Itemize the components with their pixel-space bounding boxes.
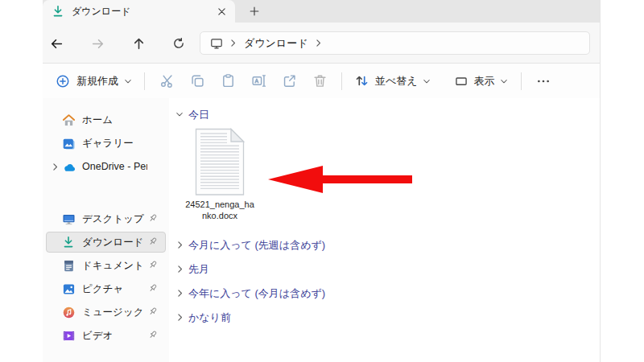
music-icon	[62, 306, 76, 319]
window-body: ホームギャラリーOneDrive - Personaデスクトップダウンロードドキ…	[43, 98, 600, 362]
sidebar-item-label: ビデオ	[82, 329, 147, 343]
toolbar-divider	[521, 72, 522, 90]
paste-button[interactable]	[213, 68, 243, 94]
new-button[interactable]: 新規作成	[51, 68, 138, 94]
share-icon	[282, 73, 297, 88]
chevron-right-icon[interactable]	[175, 240, 187, 252]
plus-circle-icon	[56, 74, 70, 88]
breadcrumb-segment[interactable]: ダウンロード	[241, 36, 312, 51]
pin-icon	[147, 306, 160, 319]
sidebar-item-pictures[interactable]: ピクチャ	[46, 278, 166, 299]
copy-button[interactable]	[182, 68, 213, 94]
chevron-down-icon[interactable]	[175, 109, 187, 121]
sort-icon	[354, 73, 369, 88]
chevron-right-icon[interactable]	[228, 38, 239, 49]
chevron-right-icon[interactable]	[48, 160, 61, 173]
more-icon	[536, 74, 551, 88]
arrow-forward-icon	[91, 37, 105, 51]
view-button[interactable]: 表示	[448, 68, 514, 94]
chevron-placeholder	[48, 306, 61, 319]
group-label: 先月	[188, 262, 209, 277]
chevron-placeholder	[48, 282, 61, 295]
monitor-icon	[210, 37, 223, 50]
share-button[interactable]	[274, 68, 304, 94]
docx-file-icon	[195, 128, 245, 196]
pin-icon	[147, 259, 160, 272]
sidebar-item-label: OneDrive - Persona	[82, 161, 147, 172]
pictures-icon	[62, 282, 76, 296]
sort-button[interactable]: 並べ替え	[349, 68, 437, 94]
view-icon	[454, 74, 469, 88]
back-button[interactable]	[46, 33, 67, 54]
sidebar-item-music[interactable]: ミュージック	[46, 302, 166, 323]
chevron-right-icon[interactable]	[313, 38, 324, 49]
sort-button-label: 並べ替え	[375, 74, 418, 88]
pin-placeholder	[147, 113, 160, 126]
tab-strip: ダウンロード	[43, 0, 600, 23]
pin-icon	[147, 282, 160, 295]
chevron-placeholder	[48, 137, 61, 150]
sidebar-item-desktop[interactable]: デスクトップ	[46, 208, 166, 229]
view-button-label: 表示	[474, 74, 495, 88]
chevron-placeholder	[48, 329, 61, 342]
group-header-collapsed[interactable]: かなり前	[169, 309, 231, 327]
pin-placeholder	[147, 137, 160, 150]
more-options-button[interactable]	[528, 68, 559, 94]
refresh-button[interactable]	[168, 33, 189, 54]
explorer-window: ダウンロード ダウンロード 新規作成 並べ替え	[43, 0, 601, 362]
desktop-icon	[62, 212, 76, 226]
sidebar-item-label: ドキュメント	[82, 259, 147, 273]
chevron-right-icon[interactable]	[175, 312, 187, 324]
sidebar-item-gallery[interactable]: ギャラリー	[46, 133, 166, 154]
group-header-today[interactable]: 今日	[169, 106, 209, 124]
forward-button[interactable]	[87, 33, 108, 54]
chevron-placeholder	[48, 212, 61, 225]
chevron-placeholder	[48, 236, 61, 249]
chevron-down-icon	[499, 76, 509, 86]
group-header-collapsed[interactable]: 先月	[169, 261, 209, 278]
group-label: かなり前	[188, 311, 231, 325]
group-label: 今年に入って (今月は含めず)	[188, 286, 325, 301]
files-pane: 今日 24521_nenga_hanko.docx 今月に入って (先週は含めず…	[169, 98, 600, 362]
file-item-docx[interactable]: 24521_nenga_hanko.docx	[180, 128, 259, 221]
toolbar-divider	[144, 72, 145, 90]
address-bar[interactable]: ダウンロード	[200, 31, 590, 55]
sidebar-item-home[interactable]: ホーム	[46, 109, 166, 130]
gallery-icon	[62, 137, 76, 150]
pin-icon	[147, 329, 160, 342]
close-icon[interactable]	[213, 2, 230, 20]
rename-button[interactable]	[243, 68, 274, 94]
sidebar-item-documents[interactable]: ドキュメント	[46, 255, 166, 276]
chevron-right-icon[interactable]	[175, 288, 187, 300]
red-arrow-annotation	[265, 165, 418, 197]
download-icon	[52, 5, 64, 18]
sidebar-item-label: ミュージック	[82, 306, 147, 319]
file-name: 24521_nenga_hanko.docx	[184, 199, 256, 221]
toolbar-icon-group	[151, 68, 335, 94]
refresh-icon	[172, 37, 185, 50]
up-button[interactable]	[128, 33, 149, 54]
plus-icon	[249, 6, 260, 17]
group-label: 今月に入って (先週は含めず)	[188, 238, 325, 253]
new-button-label: 新規作成	[76, 74, 118, 88]
cut-button[interactable]	[151, 68, 182, 94]
pin-icon	[147, 212, 160, 225]
toolbar-divider	[341, 72, 342, 90]
videos-icon	[62, 329, 76, 343]
delete-icon	[312, 73, 328, 88]
sidebar-item-videos[interactable]: ビデオ	[46, 325, 166, 346]
sidebar-item-label: ダウンロード	[82, 236, 147, 249]
delete-button[interactable]	[304, 68, 335, 94]
tab-downloads[interactable]: ダウンロード	[43, 0, 235, 23]
pin-icon	[147, 236, 160, 249]
new-tab-button[interactable]	[244, 2, 265, 20]
arrow-back-icon	[50, 37, 64, 51]
chevron-right-icon[interactable]	[175, 264, 187, 276]
sidebar-item-label: ピクチャ	[82, 282, 147, 296]
sidebar-item-onedrive[interactable]: OneDrive - Persona	[46, 156, 166, 177]
rename-icon	[251, 73, 266, 88]
group-header-collapsed[interactable]: 今年に入って (今月は含めず)	[169, 285, 325, 302]
navigation-pane: ホームギャラリーOneDrive - Personaデスクトップダウンロードドキ…	[43, 98, 169, 362]
sidebar-item-downloads[interactable]: ダウンロード	[46, 232, 166, 253]
group-header-collapsed[interactable]: 今月に入って (先週は含めず)	[169, 237, 325, 254]
